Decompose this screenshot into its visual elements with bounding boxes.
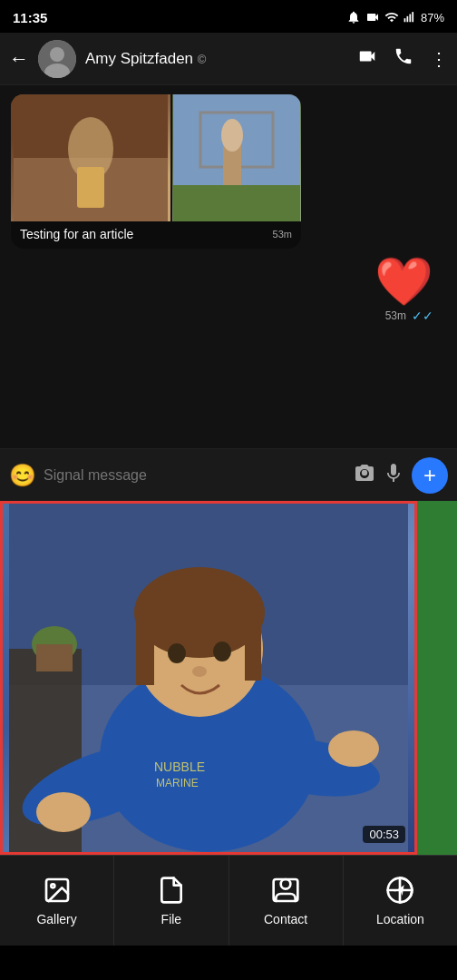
photo-left-content bbox=[11, 94, 170, 221]
svg-rect-20 bbox=[36, 644, 73, 671]
photo-caption-row: Testing for an article 53m bbox=[11, 221, 301, 249]
emoji-button[interactable]: 😊 bbox=[9, 463, 36, 488]
chat-header: ← Amy Spitzfaden © ⋮ bbox=[0, 33, 457, 85]
photo-right-content bbox=[172, 94, 301, 221]
svg-point-32 bbox=[328, 730, 379, 767]
more-options-button[interactable]: ⋮ bbox=[430, 48, 448, 70]
svg-rect-10 bbox=[77, 167, 104, 208]
location-button[interactable]: Location bbox=[344, 856, 457, 946]
status-time: 11:35 bbox=[13, 10, 47, 25]
svg-rect-1 bbox=[406, 16, 408, 22]
svg-point-36 bbox=[51, 884, 54, 887]
svg-point-30 bbox=[36, 792, 91, 832]
svg-point-5 bbox=[50, 47, 64, 62]
heart-time-row: 53m ✓✓ bbox=[385, 309, 433, 323]
svg-rect-3 bbox=[412, 12, 413, 22]
add-attachment-button[interactable]: + bbox=[412, 457, 448, 494]
video-icon bbox=[357, 46, 377, 66]
media-preview-row: NUBBLE MARINE 00:53 bbox=[0, 501, 457, 855]
back-button[interactable]: ← bbox=[9, 47, 29, 71]
table-photo bbox=[11, 94, 170, 221]
svg-rect-2 bbox=[409, 15, 411, 23]
svg-text:MARINE: MARINE bbox=[156, 777, 199, 789]
avatar bbox=[38, 40, 76, 78]
voice-call-button[interactable] bbox=[394, 46, 413, 71]
contact-label: Contact bbox=[264, 912, 307, 926]
gallery-icon bbox=[43, 876, 72, 905]
video-call-button[interactable] bbox=[357, 46, 377, 71]
microphone-button[interactable] bbox=[383, 462, 404, 489]
location-icon bbox=[385, 876, 414, 905]
svg-rect-0 bbox=[404, 18, 406, 22]
chat-area: Testing for an article 53m ❤️ 53m ✓✓ bbox=[0, 85, 457, 448]
photo-caption: Testing for an article bbox=[20, 227, 133, 241]
mic-icon bbox=[383, 462, 404, 484]
media-duration: 00:53 bbox=[363, 826, 405, 843]
heart-time-text: 53m bbox=[385, 309, 406, 322]
child-figure-svg: NUBBLE MARINE bbox=[9, 504, 408, 852]
contact-icon bbox=[271, 876, 300, 905]
file-button[interactable]: File bbox=[114, 856, 228, 946]
phone-icon bbox=[394, 46, 413, 66]
svg-text:NUBBLE: NUBBLE bbox=[154, 760, 205, 774]
file-label: File bbox=[161, 912, 182, 926]
outdoor-photo bbox=[172, 94, 301, 221]
verified-icon: © bbox=[198, 53, 207, 66]
heart-emoji: ❤️ bbox=[374, 258, 433, 305]
media-preview-side bbox=[417, 501, 457, 855]
svg-rect-24 bbox=[136, 612, 154, 685]
gallery-button[interactable]: Gallery bbox=[0, 856, 114, 946]
location-label: Location bbox=[376, 912, 424, 926]
photo-left bbox=[11, 94, 170, 221]
battery-text: 87% bbox=[421, 11, 444, 24]
read-receipt-icon: ✓✓ bbox=[412, 309, 433, 323]
photo-time: 53m bbox=[273, 229, 292, 240]
photo-grid bbox=[11, 94, 301, 221]
svg-rect-25 bbox=[245, 612, 261, 681]
alarm-icon bbox=[346, 10, 361, 24]
svg-point-27 bbox=[213, 642, 231, 662]
message-input[interactable] bbox=[44, 467, 346, 484]
file-icon bbox=[157, 876, 186, 905]
camera-status-icon bbox=[365, 10, 380, 24]
child-photo: NUBBLE MARINE bbox=[3, 504, 414, 852]
status-bar: 11:35 87% bbox=[0, 0, 457, 33]
contact-info: Amy Spitzfaden © bbox=[85, 50, 357, 68]
avatar-image bbox=[38, 40, 76, 78]
media-preview-main: NUBBLE MARINE 00:53 bbox=[0, 501, 417, 855]
heart-reaction: ❤️ 53m ✓✓ bbox=[11, 258, 446, 323]
camera-icon bbox=[354, 462, 375, 484]
photo-right bbox=[170, 94, 301, 221]
svg-point-28 bbox=[192, 666, 207, 677]
status-icons: 87% bbox=[346, 10, 444, 24]
svg-rect-12 bbox=[173, 185, 300, 221]
camera-button[interactable] bbox=[354, 462, 375, 489]
wifi-icon bbox=[384, 10, 399, 24]
svg-point-15 bbox=[221, 119, 243, 152]
contact-name: Amy Spitzfaden © bbox=[85, 50, 206, 67]
contact-button[interactable]: Contact bbox=[229, 856, 344, 946]
signal-icon bbox=[404, 11, 416, 24]
gallery-label: Gallery bbox=[36, 912, 76, 926]
svg-point-26 bbox=[168, 643, 186, 663]
header-actions: ⋮ bbox=[357, 46, 448, 71]
message-input-bar: 😊 + bbox=[0, 448, 457, 501]
svg-point-37 bbox=[281, 879, 291, 889]
bottom-action-bar: Gallery File Contact Location bbox=[0, 855, 457, 946]
photo-message: Testing for an article 53m bbox=[11, 94, 301, 249]
